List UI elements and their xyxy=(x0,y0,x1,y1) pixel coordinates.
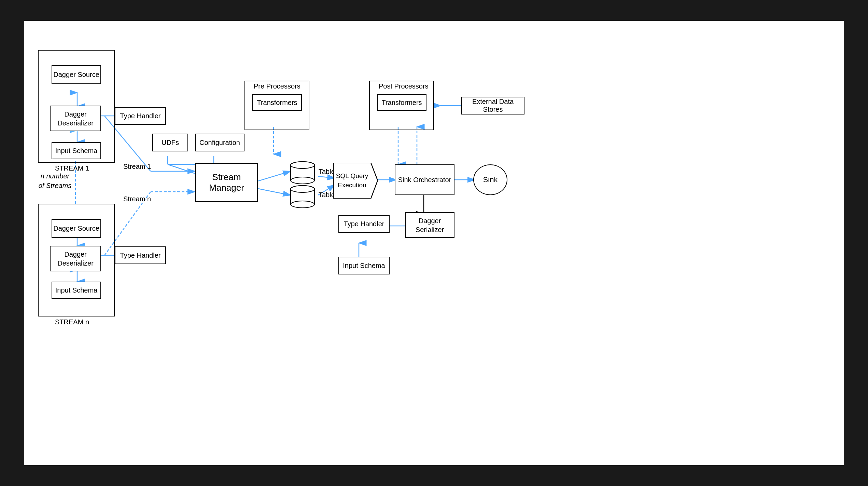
transformers-post-box: Transformers xyxy=(377,94,426,111)
svg-point-39 xyxy=(291,162,314,168)
input-schema-1: Input Schema xyxy=(52,142,101,159)
streamn-arrow-label: Stream n xyxy=(123,195,151,203)
pre-processors-label: Pre Processors xyxy=(254,82,300,90)
svg-point-43 xyxy=(291,186,314,192)
tablen-cylinder xyxy=(289,185,316,209)
type-handler-sink-box: Type Handler xyxy=(338,215,390,233)
transformers-pre-box: Transformers xyxy=(252,94,302,111)
type-handler-1: Type Handler xyxy=(115,107,166,125)
input-schema-sink-box: Input Schema xyxy=(338,257,390,274)
svg-point-38 xyxy=(291,177,314,184)
dagger-serializer-box: Dagger Serializer xyxy=(405,212,454,238)
stream-manager-box: Stream Manager xyxy=(195,163,258,202)
stream1-arrow-label: Stream 1 xyxy=(123,163,151,171)
sink-circle: Sink xyxy=(473,164,507,195)
sql-query-label: SQL Query Execution xyxy=(333,163,371,199)
dagger-deserializer-n: Dagger Deserializer xyxy=(50,246,101,271)
input-schema-n: Input Schema xyxy=(52,282,101,299)
streamn-label: STREAM n xyxy=(55,318,89,326)
dagger-deserializer-1: Dagger Deserializer xyxy=(50,106,101,131)
post-processors-label: Post Processors xyxy=(379,82,429,90)
table1-cylinder xyxy=(289,161,316,185)
sink-orchestrator-box: Sink Orchestrator xyxy=(395,164,454,195)
svg-line-23 xyxy=(256,171,291,181)
dagger-source-n: Dagger Source xyxy=(52,219,101,238)
diagram-container: STREAM 1 Dagger Source Dagger Deserializ… xyxy=(24,21,844,465)
udfs-box: UDFs xyxy=(152,134,188,151)
type-handler-n: Type Handler xyxy=(115,246,166,264)
dagger-source-1: Dagger Source xyxy=(52,65,101,84)
svg-line-24 xyxy=(256,188,291,195)
svg-point-42 xyxy=(291,201,314,208)
configuration-box: Configuration xyxy=(195,134,244,151)
arrows-svg xyxy=(24,21,844,465)
svg-line-25 xyxy=(318,176,335,178)
external-data-stores-box: External Data Stores xyxy=(461,97,524,114)
n-number-streams: n number of Streams xyxy=(38,171,72,190)
